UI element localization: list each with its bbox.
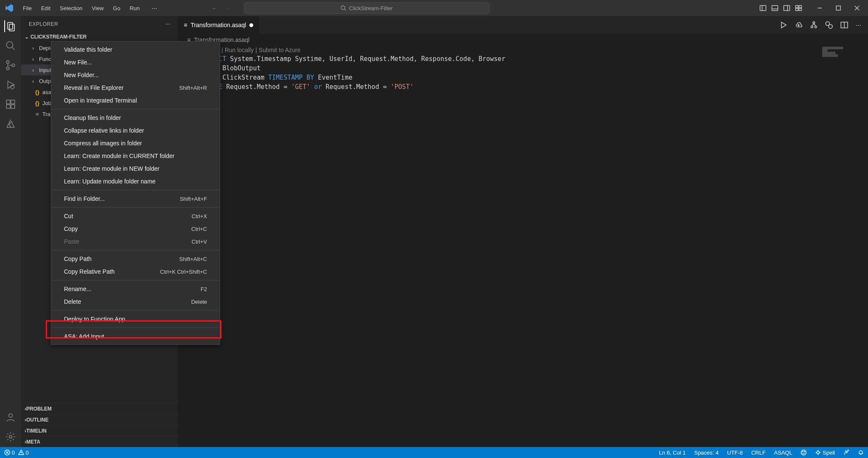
context-menu-item[interactable]: DeleteDelete <box>51 295 220 308</box>
svg-point-47 <box>804 451 805 452</box>
context-menu-label: Validate this folder <box>64 46 112 53</box>
cloud-upload-icon[interactable] <box>795 21 802 29</box>
window-minimize-icon[interactable] <box>816 5 823 11</box>
context-menu-label: Learn: Create module in CURRENT folder <box>64 153 174 159</box>
context-menu-label: Deploy to Function App... <box>64 316 130 322</box>
activity-extensions-icon[interactable] <box>5 98 17 110</box>
sidebar-section-outline[interactable]: › OUTLINE <box>21 414 178 425</box>
context-menu-item[interactable]: Copy PathShift+Alt+C <box>51 253 220 265</box>
run-icon[interactable] <box>780 21 787 29</box>
context-menu-item[interactable]: Copy Relative PathCtrl+K Ctrl+Shift+C <box>51 265 220 278</box>
chevron-right-icon: › <box>32 78 37 84</box>
context-menu-item[interactable]: Learn: Create module in NEW folder <box>51 162 220 175</box>
nav-back-icon[interactable]: ← <box>212 5 217 11</box>
svg-rect-13 <box>836 6 840 10</box>
code-content[interactable]: SELECT System.Timestamp Systime, UserId,… <box>203 54 505 447</box>
customize-layout-icon[interactable] <box>795 5 802 11</box>
compare-icon[interactable] <box>825 21 833 29</box>
menu-go[interactable]: Go <box>109 3 124 13</box>
context-menu-item[interactable]: Open in Integrated Terminal <box>51 94 220 107</box>
status-feedback-icon[interactable] <box>801 450 807 456</box>
svg-point-32 <box>813 22 815 24</box>
codelens-submit-azure[interactable]: Submit to Azure <box>259 47 301 53</box>
activity-explorer-icon[interactable] <box>4 20 16 32</box>
context-menu-item[interactable]: CutCtrl+X <box>51 210 220 222</box>
status-bell-icon[interactable] <box>858 450 864 456</box>
activity-source-control-icon[interactable] <box>5 59 17 71</box>
explorer-more-icon[interactable]: ⋯ <box>165 21 171 27</box>
toggle-secondary-sidebar-icon[interactable] <box>783 5 790 11</box>
minimap[interactable]: ████████████████████████████████████████… <box>822 47 860 51</box>
activity-search-icon[interactable] <box>5 40 17 52</box>
status-warnings[interactable]: 0 <box>18 450 29 456</box>
sidebar-section-problems[interactable]: › PROBLEM <box>21 403 178 414</box>
activity-azure-icon[interactable] <box>5 118 17 130</box>
menu-file[interactable]: File <box>19 3 36 13</box>
menu-view[interactable]: View <box>88 3 108 13</box>
codelens-run-locally[interactable]: Run locally <box>225 47 254 53</box>
status-cursor[interactable]: Ln 6, Col 1 <box>659 450 686 456</box>
activity-settings-icon[interactable] <box>5 431 17 443</box>
context-menu-separator <box>51 190 220 190</box>
status-eol[interactable]: CRLF <box>751 450 766 456</box>
context-menu-item[interactable]: Rename...F2 <box>51 283 220 295</box>
activity-accounts-icon[interactable] <box>5 411 17 423</box>
sidebar-section-metadata[interactable]: › META <box>21 436 178 447</box>
svg-point-48 <box>817 451 819 454</box>
context-menu-item[interactable]: Deploy to Function App... <box>51 313 220 325</box>
context-menu-item[interactable]: Compress all images in folder <box>51 137 220 150</box>
command-center-text: ClickStream-Filter <box>349 5 393 11</box>
svg-rect-10 <box>796 8 798 11</box>
svg-rect-9 <box>799 6 802 8</box>
window-maximize-icon[interactable] <box>835 5 842 11</box>
menu-run[interactable]: Run <box>125 3 144 13</box>
context-menu-item[interactable]: Cleanup files in folder <box>51 111 220 124</box>
editor-tab-active[interactable]: ≡ Transformation.asaql <box>178 16 260 34</box>
sidebar-section-timeline[interactable]: › TIMELIN <box>21 425 178 436</box>
context-menu-label: Copy Path <box>64 255 91 262</box>
window-close-icon[interactable] <box>854 5 860 11</box>
status-bar: 0 0 Ln 6, Col 1 Spaces: 4 UTF-8 CRLF ASA… <box>0 447 868 458</box>
svg-point-45 <box>801 450 806 455</box>
context-menu-item[interactable]: New Folder... <box>51 69 220 81</box>
menu-edit[interactable]: Edit <box>37 3 55 13</box>
svg-line-36 <box>814 24 816 26</box>
context-menu-item[interactable]: ASA: Add Input <box>51 330 220 343</box>
code-editor[interactable]: 1 2 3 4 5 SELECT System.Timestamp Systim… <box>178 54 868 447</box>
svg-rect-4 <box>772 6 778 11</box>
toggle-panel-icon[interactable] <box>771 5 778 11</box>
context-menu-item[interactable]: Learn: Update module folder name <box>51 175 220 188</box>
status-spaces[interactable]: Spaces: 4 <box>694 450 719 456</box>
split-editor-icon[interactable] <box>840 21 848 29</box>
menu-overflow[interactable]: ⋯ <box>148 3 161 13</box>
context-menu-separator <box>51 207 220 208</box>
context-menu-item[interactable]: Find in Folder...Shift+Alt+F <box>51 192 220 205</box>
context-menu-label: New File... <box>64 59 92 66</box>
menu-selection[interactable]: Selection <box>55 3 86 13</box>
toggle-primary-sidebar-icon[interactable] <box>760 5 766 11</box>
context-menu-item[interactable]: New File... <box>51 56 220 69</box>
context-menu-item[interactable]: Learn: Create module in CURRENT folder <box>51 150 220 162</box>
command-center[interactable]: ClickStream-Filter <box>244 2 489 14</box>
status-spell[interactable]: Spell <box>815 450 835 456</box>
status-prettier-icon[interactable] <box>843 450 849 456</box>
job-diagram-icon[interactable] <box>810 21 818 29</box>
svg-rect-25 <box>6 100 10 104</box>
editor-more-icon[interactable]: ⋯ <box>856 22 861 28</box>
svg-marker-31 <box>782 22 786 28</box>
context-menu-label: Reveal in File Explorer <box>64 84 124 91</box>
context-menu-label: Open in Integrated Terminal <box>64 97 137 104</box>
context-menu-item[interactable]: CopyCtrl+C <box>51 222 220 235</box>
svg-point-20 <box>6 61 9 64</box>
nav-forward-icon[interactable]: → <box>226 5 231 11</box>
status-errors[interactable]: 0 <box>4 450 15 456</box>
context-menu-item[interactable]: Validate this folder <box>51 43 220 56</box>
project-header[interactable]: ⌄ CLICKSTREAM-FILTER <box>21 32 178 42</box>
context-menu-item[interactable]: Collapse relative links in folder <box>51 124 220 137</box>
status-language[interactable]: ASAQL <box>774 450 792 456</box>
activity-run-debug-icon[interactable] <box>5 79 17 91</box>
context-menu-item[interactable]: Reveal in File ExplorerShift+Alt+R <box>51 81 220 94</box>
status-encoding[interactable]: UTF-8 <box>727 450 743 456</box>
svg-point-29 <box>9 414 13 417</box>
breadcrumb[interactable]: ≡ Transformation.asaql <box>178 34 868 46</box>
